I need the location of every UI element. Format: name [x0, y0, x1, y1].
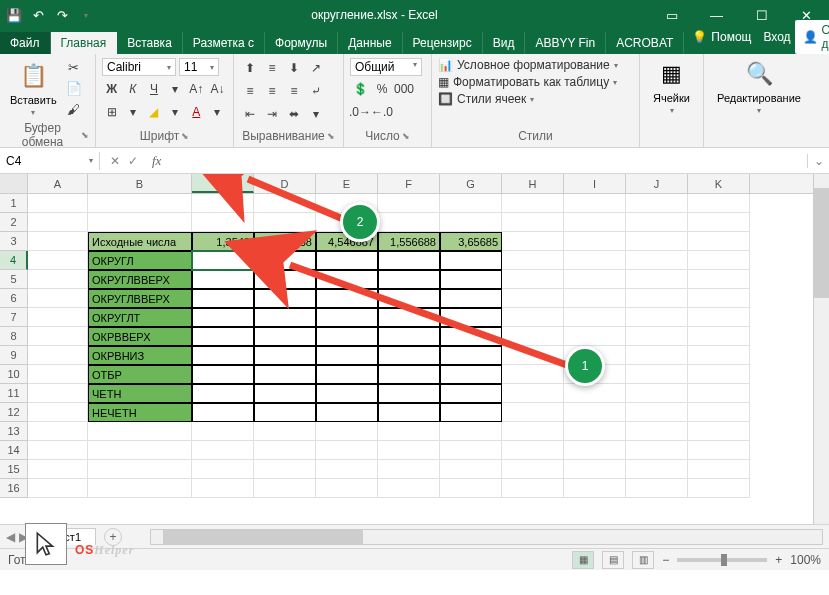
cell-H13[interactable] — [502, 422, 564, 441]
wrap-text-icon[interactable]: ⤶ — [306, 81, 326, 101]
italic-button[interactable]: К — [123, 79, 142, 99]
fx-icon[interactable]: fx — [148, 153, 165, 169]
redo-icon[interactable]: ↷ — [54, 7, 70, 23]
cell-A2[interactable] — [28, 213, 88, 232]
cell-B1[interactable] — [88, 194, 192, 213]
cell-K5[interactable] — [688, 270, 750, 289]
col-header-K[interactable]: K — [688, 174, 750, 193]
cell-A12[interactable] — [28, 403, 88, 422]
cell-F5[interactable] — [378, 270, 440, 289]
cell-B7[interactable]: ОКРУГЛТ — [88, 308, 192, 327]
cell-G5[interactable] — [440, 270, 502, 289]
cell-H1[interactable] — [502, 194, 564, 213]
cell-J11[interactable] — [626, 384, 688, 403]
row-header-5[interactable]: 5 — [0, 270, 28, 289]
cell-G2[interactable] — [440, 213, 502, 232]
align-launcher-icon[interactable]: ⬊ — [327, 131, 335, 141]
cell-J6[interactable] — [626, 289, 688, 308]
grid-body[interactable]: 123Исходные числа1,35482,1568684,5468871… — [0, 194, 829, 498]
cell-E14[interactable] — [316, 441, 378, 460]
row-header-10[interactable]: 10 — [0, 365, 28, 384]
cell-K13[interactable] — [688, 422, 750, 441]
tab-data[interactable]: Данные — [338, 32, 402, 54]
cell-G8[interactable] — [440, 327, 502, 346]
cell-D9[interactable] — [254, 346, 316, 365]
col-header-J[interactable]: J — [626, 174, 688, 193]
row-header-16[interactable]: 16 — [0, 479, 28, 498]
col-header-F[interactable]: F — [378, 174, 440, 193]
cell-B11[interactable]: ЧЕТН — [88, 384, 192, 403]
underline-button[interactable]: Ч — [144, 79, 163, 99]
cell-E12[interactable] — [316, 403, 378, 422]
cell-C12[interactable] — [192, 403, 254, 422]
cell-A6[interactable] — [28, 289, 88, 308]
comma-icon[interactable]: 000 — [394, 79, 414, 99]
cell-I7[interactable] — [564, 308, 626, 327]
cell-C4[interactable] — [192, 251, 254, 270]
row-header-6[interactable]: 6 — [0, 289, 28, 308]
cell-B14[interactable] — [88, 441, 192, 460]
cell-G7[interactable] — [440, 308, 502, 327]
row-header-15[interactable]: 15 — [0, 460, 28, 479]
indent-inc-icon[interactable]: ⇥ — [262, 104, 282, 124]
merge-button[interactable]: ⬌ — [284, 104, 304, 124]
cell-K16[interactable] — [688, 479, 750, 498]
cell-J14[interactable] — [626, 441, 688, 460]
cell-H9[interactable] — [502, 346, 564, 365]
conditional-formatting-button[interactable]: 📊Условное форматирование▾ — [438, 58, 633, 72]
cell-F4[interactable] — [378, 251, 440, 270]
cell-A1[interactable] — [28, 194, 88, 213]
cells-button[interactable]: ▦ Ячейки ▾ — [646, 58, 697, 115]
cell-F3[interactable]: 1,556688 — [378, 232, 440, 251]
cell-H8[interactable] — [502, 327, 564, 346]
row-header-9[interactable]: 9 — [0, 346, 28, 365]
format-as-table-button[interactable]: ▦Форматировать как таблицу▾ — [438, 75, 633, 89]
cell-F13[interactable] — [378, 422, 440, 441]
cell-C14[interactable] — [192, 441, 254, 460]
cell-I1[interactable] — [564, 194, 626, 213]
cell-I8[interactable] — [564, 327, 626, 346]
cell-B6[interactable]: ОКРУГЛВВЕРХ — [88, 289, 192, 308]
cell-E15[interactable] — [316, 460, 378, 479]
font-launcher-icon[interactable]: ⬊ — [181, 131, 189, 141]
row-header-12[interactable]: 12 — [0, 403, 28, 422]
fill-color-button[interactable]: ◢ — [144, 102, 163, 122]
cell-C2[interactable] — [192, 213, 254, 232]
formula-bar[interactable] — [165, 159, 807, 163]
qa-dropdown-icon[interactable]: ▾ — [78, 7, 94, 23]
cell-A11[interactable] — [28, 384, 88, 403]
cell-D16[interactable] — [254, 479, 316, 498]
cell-I3[interactable] — [564, 232, 626, 251]
cell-G6[interactable] — [440, 289, 502, 308]
cell-I11[interactable] — [564, 384, 626, 403]
cell-E6[interactable] — [316, 289, 378, 308]
cell-E9[interactable] — [316, 346, 378, 365]
tab-abbyy[interactable]: ABBYY Fin — [525, 32, 606, 54]
cell-D4[interactable] — [254, 251, 316, 270]
orientation-icon[interactable]: ↗ — [306, 58, 326, 78]
cell-B12[interactable]: НЕЧЕТН — [88, 403, 192, 422]
col-header-C[interactable]: C — [192, 174, 254, 193]
cell-J1[interactable] — [626, 194, 688, 213]
cell-K10[interactable] — [688, 365, 750, 384]
cell-E11[interactable] — [316, 384, 378, 403]
cell-A3[interactable] — [28, 232, 88, 251]
cell-G13[interactable] — [440, 422, 502, 441]
cell-E8[interactable] — [316, 327, 378, 346]
cell-I15[interactable] — [564, 460, 626, 479]
col-header-A[interactable]: A — [28, 174, 88, 193]
col-header-E[interactable]: E — [316, 174, 378, 193]
cell-styles-button[interactable]: 🔲Стили ячеек▾ — [438, 92, 633, 106]
cell-D8[interactable] — [254, 327, 316, 346]
tab-home[interactable]: Главная — [51, 32, 118, 54]
row-header-13[interactable]: 13 — [0, 422, 28, 441]
cell-J9[interactable] — [626, 346, 688, 365]
row-header-1[interactable]: 1 — [0, 194, 28, 213]
cell-I13[interactable] — [564, 422, 626, 441]
cell-G1[interactable] — [440, 194, 502, 213]
col-header-I[interactable]: I — [564, 174, 626, 193]
cell-J12[interactable] — [626, 403, 688, 422]
cell-B2[interactable] — [88, 213, 192, 232]
number-format-select[interactable]: Общий▾ — [350, 58, 422, 76]
clipboard-launcher-icon[interactable]: ⬊ — [81, 130, 89, 140]
